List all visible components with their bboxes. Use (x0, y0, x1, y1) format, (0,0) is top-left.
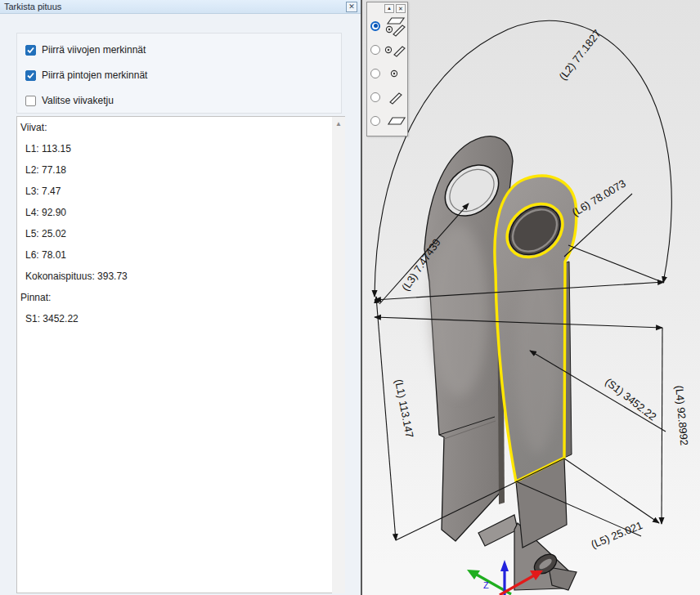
checkbox-label: Piirrä pintojen merkinnät (42, 69, 147, 81)
checkbox-row-select-chain[interactable]: Valitse viivaketju (25, 95, 114, 106)
list-item: Viivat: (17, 117, 332, 138)
draw-line-marks-checkbox[interactable] (25, 45, 36, 56)
filter-option-edge[interactable] (367, 85, 407, 109)
check-icon (26, 71, 35, 80)
options-group: Piirrä viivojen merkinnät Piirrä pintoje… (16, 33, 342, 114)
vertex-icon (383, 65, 407, 82)
close-icon[interactable]: ✕ (346, 2, 357, 12)
list-item: S1: 3452.22 (17, 308, 332, 329)
scroll-up-icon[interactable]: ▲ (332, 117, 345, 131)
list-item: L6: 78.01 (17, 244, 332, 266)
select-chain-checkbox[interactable] (25, 96, 36, 106)
list-item: L4: 92.90 (17, 202, 332, 223)
checkbox-row-draw-line-marks[interactable]: Piirrä viivojen merkinnät (25, 44, 146, 56)
collapse-icon[interactable]: ▲ (384, 4, 394, 13)
radio-all[interactable] (370, 21, 380, 31)
check-icon (26, 46, 35, 55)
selection-filter-panel: ▲ ✕ (366, 2, 408, 136)
check-length-dialog: Tarkista pituus ✕ Piirrä viivojen merkin… (0, 0, 362, 595)
filter-option-vertex-edge[interactable] (367, 38, 407, 61)
radio-edge[interactable] (370, 92, 380, 102)
list-item: L1: 113.15 (17, 138, 332, 159)
list-item: L5: 25.02 (17, 223, 332, 244)
filter-panel-header[interactable]: ▲ ✕ (367, 2, 407, 14)
filter-option-face[interactable] (367, 109, 407, 132)
list-item: Kokonaispituus: 393.73 (17, 266, 332, 287)
list-item: Pinnat: (17, 287, 332, 308)
dialog-title-bar[interactable]: Tarkista pituus ✕ (0, 0, 362, 14)
list-item: L2: 77.18 (17, 159, 332, 181)
list-item: L3: 7.47 (17, 181, 332, 202)
edge-icon (383, 89, 407, 105)
face-vertex-edge-icon (383, 16, 407, 37)
results-list[interactable]: Viivat: L1: 113.15 L2: 77.18 L3: 7.47 L4… (16, 116, 332, 593)
vertex-edge-icon (383, 42, 407, 58)
face-icon (383, 113, 407, 129)
results-scrollbar[interactable]: ▲ (332, 116, 345, 593)
radio-vertex[interactable] (370, 69, 380, 78)
radio-face[interactable] (370, 116, 380, 126)
checkbox-row-draw-surface-marks[interactable]: Piirrä pintojen merkinnät (25, 69, 147, 81)
3d-viewport[interactable]: (L2) 77.1827 (L6) 78.0073 (L3) 7.47439 (… (361, 0, 700, 595)
draw-surface-marks-checkbox[interactable] (25, 70, 36, 81)
axis-z-label: Z (483, 580, 489, 590)
close-icon[interactable]: ✕ (396, 4, 406, 13)
dialog-title: Tarkista pituus (4, 2, 61, 11)
checkbox-label: Piirrä viivojen merkinnät (42, 44, 146, 56)
radio-vertex-edge[interactable] (370, 45, 380, 55)
filter-option-vertex[interactable] (367, 61, 407, 85)
app-window: Tarkista pituus ✕ Piirrä viivojen merkin… (0, 0, 700, 595)
filter-option-all[interactable] (367, 14, 407, 38)
checkbox-label: Valitse viivaketju (42, 95, 114, 106)
model-scene[interactable]: (L2) 77.1827 (L6) 78.0073 (L3) 7.47439 (… (362, 0, 700, 595)
